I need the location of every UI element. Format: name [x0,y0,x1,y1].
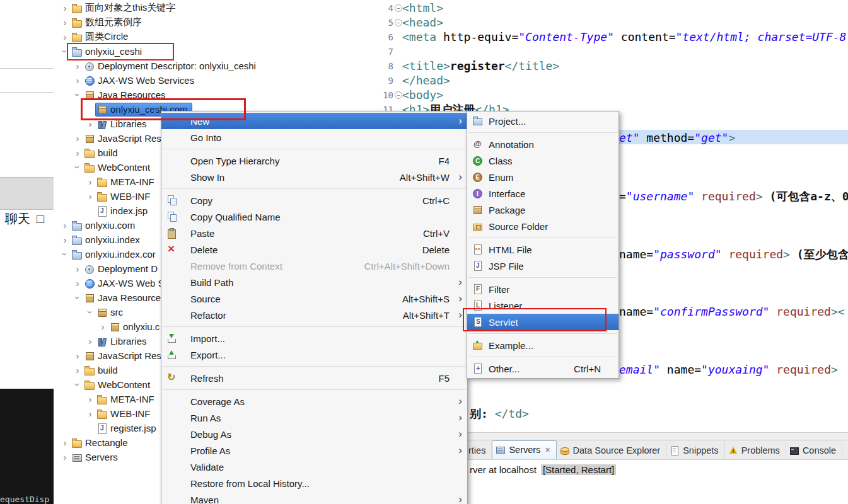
expand-arrow-icon[interactable]: › [85,118,95,129]
expand-arrow-icon[interactable]: › [85,307,96,318]
expand-arrow-icon[interactable]: › [60,17,70,28]
menu-item-annotation[interactable]: Annotation [467,136,619,152]
menu-item-icon [166,445,179,455]
menu-item-servlet[interactable]: Servlet [467,314,619,330]
menu-item-validate[interactable]: Validate [161,459,467,475]
menu-item-label: Example... [489,340,533,351]
menu-item-icon [166,156,179,166]
expand-arrow-icon[interactable]: › [60,47,71,57]
fold-marker-icon[interactable] [393,15,402,30]
menu-item-new[interactable]: New › [161,113,467,129]
expand-arrow-icon[interactable]: › [60,437,70,448]
tree-item-java-resources[interactable]: › Java Resources [54,88,366,102]
expand-arrow-icon[interactable]: › [73,60,83,71]
expand-arrow-icon[interactable]: › [73,263,83,274]
menu-item-package[interactable]: Package [467,202,619,218]
expand-arrow-icon[interactable]: › [85,191,95,202]
menu-item-interface[interactable]: Interface [467,185,619,202]
fold-marker-icon[interactable] [393,88,402,102]
fold-marker-icon[interactable] [393,44,402,59]
menu-item-listener[interactable]: Listener [467,297,619,314]
expand-arrow-icon[interactable]: › [85,394,95,404]
code-line: 6 <meta http-equiv="Content-Type" conten… [366,30,848,44]
menu-item-go-into[interactable]: Go Into [161,129,467,146]
menu-item-coverage-as[interactable]: Coverage As › [161,393,467,410]
tab-problems[interactable]: Problems [725,442,786,459]
expand-arrow-icon[interactable]: › [98,321,108,332]
menu-item-enum[interactable]: Enum [467,169,619,185]
library-icon [97,336,108,346]
expand-arrow-icon[interactable]: › [60,3,70,13]
menu-item-build-path[interactable]: Build Path › [161,274,467,290]
tree-item-deployment-descriptor-onlyxiu-ceshi[interactable]: › Deployment Descriptor: onlyxiu_ceshi [54,59,366,73]
expand-arrow-icon[interactable]: › [73,380,83,390]
tab-snippets[interactable]: Snippets [666,442,724,459]
expand-arrow-icon[interactable]: › [85,176,95,187]
expand-arrow-icon[interactable]: › [60,32,70,42]
divider [0,68,54,69]
menu-item-remove-from-context[interactable]: Remove from Context Ctrl+Alt+Shift+Down [161,258,467,274]
tree-item-item-1[interactable]: › 数组元素倒序 [54,15,366,30]
menu-item-filter[interactable]: Filter [467,281,619,297]
code-fragment-line-13: et" method="get"> [619,131,735,144]
tree-item-label: META-INF [110,176,154,187]
menu-item-delete[interactable]: Delete Delete [161,241,467,258]
expand-arrow-icon[interactable]: › [60,220,70,231]
menu-item-run-as[interactable]: Run As › [161,410,467,426]
expand-arrow-icon[interactable]: › [73,365,83,375]
tree-item-circle[interactable]: › 圆类Circle [54,30,366,44]
menu-item-export[interactable]: Export... [161,346,467,363]
menu-item-project[interactable]: Project... [467,113,619,129]
menu-item-jsp-file[interactable]: JSP File [467,258,619,274]
expand-arrow-icon[interactable]: › [85,336,95,346]
menu-item-source[interactable]: Source Alt+Shift+S › [161,290,467,307]
fold-marker-icon[interactable] [393,30,402,44]
menu-item-class[interactable]: Class [467,152,619,169]
menu-item-show-in[interactable]: Show In Alt+Shift+W › [161,169,467,185]
tab-servers[interactable]: Servers [492,440,556,459]
menu-item-import[interactable]: Import... [161,330,467,346]
menu-item-maven[interactable]: Maven › [161,491,467,504]
expand-arrow-icon[interactable]: › [73,90,83,100]
fold-marker-icon[interactable] [393,73,402,88]
expand-arrow-icon[interactable]: › [73,278,83,289]
expand-arrow-icon[interactable]: › [73,147,83,158]
fold-marker-icon[interactable] [393,1,402,15]
menu-item-open-type-hierarchy[interactable]: Open Type Hierarchy F4 [161,152,467,169]
menu-item-html-file[interactable]: HTML File [467,241,619,258]
expand-arrow-icon[interactable]: › [73,350,83,361]
menu-item-restore-from-local-history[interactable]: Restore from Local History... [161,475,467,491]
menu-item-other[interactable]: Other... Ctrl+N [467,360,619,377]
menu-item-refactor[interactable]: Refactor Alt+Shift+T › [161,307,467,323]
tree-item-onlyxiu-ceshi[interactable]: › onlyxiu_ceshi [54,44,366,59]
menu-item-label: Coverage As [190,396,245,407]
expand-arrow-icon[interactable]: › [60,249,71,260]
tree-item-this[interactable]: › 面向对象之this关键字 [54,1,366,15]
expand-arrow-icon[interactable]: › [73,293,83,303]
menu-item-label: Filter [489,284,509,295]
server-entry[interactable]: rver at localhost [Started, Restart] [470,464,848,475]
tab-rties[interactable]: rties [465,442,492,459]
expand-arrow-icon[interactable]: › [85,408,95,419]
menu-item-debug-as[interactable]: Debug As › [161,426,467,442]
menu-item-paste[interactable]: Paste Ctrl+V [161,225,467,241]
menu-item-refresh[interactable]: Refresh F5 [161,370,467,386]
fold-marker-icon[interactable] [393,59,402,73]
expand-arrow-icon[interactable]: › [60,234,70,245]
java-resources-icon [84,90,95,100]
submenu-arrow-icon: › [458,171,462,183]
tab-data-source-explorer[interactable]: Data Source Explorer [557,442,667,459]
menu-item-copy[interactable]: Copy Ctrl+C [161,192,467,209]
tree-item-jax-ws-web-services[interactable]: › JAX-WS Web Services [54,73,366,88]
menu-item-source-folder[interactable]: Source Folder [467,218,619,234]
tab-console[interactable]: Console [786,442,842,459]
expand-arrow-icon[interactable]: › [73,133,83,144]
expand-arrow-icon[interactable]: › [73,163,83,173]
menu-item-example[interactable]: Example... [467,337,619,353]
expand-arrow-icon[interactable]: › [73,75,83,86]
tree-item-label: WEB-INF [110,191,150,202]
menu-item-profile-as[interactable]: Profile As › [161,442,467,459]
menu-item-copy-qualified-name[interactable]: Copy Qualified Name [161,209,467,225]
tab-close-icon[interactable] [545,445,550,454]
expand-arrow-icon[interactable]: › [60,452,70,462]
